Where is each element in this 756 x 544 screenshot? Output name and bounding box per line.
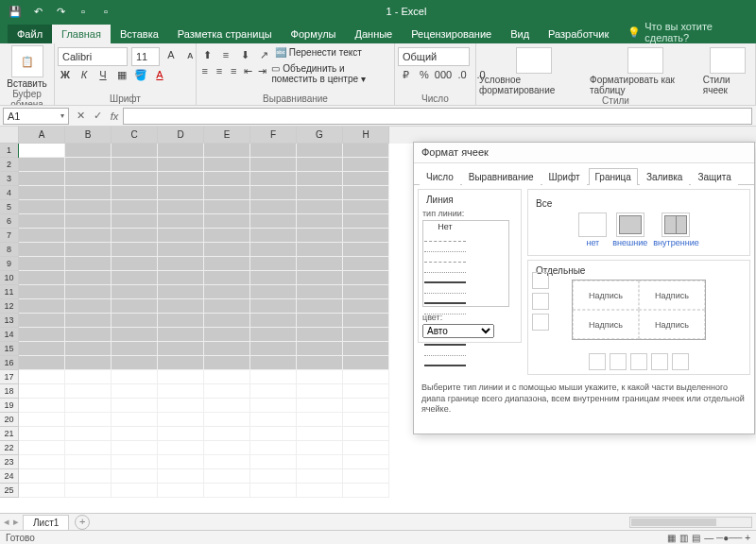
cell[interactable] (343, 328, 389, 342)
cell[interactable] (112, 243, 158, 257)
cell[interactable] (204, 356, 250, 370)
row-header[interactable]: 23 (0, 455, 19, 469)
cell[interactable] (204, 455, 250, 469)
cell[interactable] (65, 229, 112, 243)
row-header[interactable]: 4 (0, 186, 19, 200)
cell[interactable] (343, 158, 389, 172)
cell[interactable] (19, 384, 65, 399)
row-header[interactable]: 8 (0, 243, 19, 257)
cell[interactable] (343, 427, 389, 441)
cell[interactable] (19, 413, 65, 427)
cell[interactable] (158, 455, 204, 469)
cell[interactable] (112, 314, 158, 328)
name-box[interactable]: A1▾ (3, 108, 69, 125)
align-top-icon[interactable]: ⬆ (199, 47, 215, 62)
cell[interactable] (343, 243, 389, 257)
row-header[interactable]: 7 (0, 229, 19, 243)
cell[interactable] (19, 186, 65, 200)
cell[interactable] (19, 441, 65, 455)
dlg-tab-fill[interactable]: Заливка (640, 168, 690, 185)
view-pagelayout-icon[interactable]: ▥ (679, 533, 688, 543)
cell[interactable] (343, 172, 389, 186)
cell[interactable] (204, 229, 250, 243)
cell[interactable] (158, 200, 204, 214)
cell[interactable] (158, 370, 204, 384)
cell[interactable] (112, 356, 158, 370)
cell[interactable] (158, 413, 204, 427)
tab-review[interactable]: Рецензирование (402, 25, 501, 43)
cell[interactable] (204, 243, 250, 257)
cell[interactable] (343, 285, 389, 299)
cell[interactable] (158, 271, 204, 285)
cell[interactable] (250, 399, 297, 413)
cell[interactable] (297, 243, 343, 257)
cell[interactable] (112, 370, 158, 384)
cell[interactable] (204, 200, 250, 214)
cell[interactable] (158, 441, 204, 455)
col-header[interactable]: F (250, 127, 297, 144)
cell[interactable] (158, 172, 204, 186)
cell[interactable] (65, 328, 112, 342)
cell[interactable] (19, 214, 65, 229)
cell[interactable] (297, 441, 343, 455)
cell[interactable] (19, 399, 65, 413)
cell[interactable] (297, 299, 343, 314)
align-left-icon[interactable]: ≡ (199, 63, 210, 78)
numberformat-select[interactable]: Общий (398, 47, 470, 66)
row-header[interactable]: 11 (0, 285, 19, 299)
cell[interactable] (158, 285, 204, 299)
cell[interactable] (65, 469, 112, 484)
row-header[interactable]: 17 (0, 370, 19, 384)
cell[interactable] (19, 356, 65, 370)
cell[interactable] (297, 229, 343, 243)
col-header[interactable]: D (158, 127, 204, 144)
row-header[interactable]: 14 (0, 328, 19, 342)
cell[interactable] (250, 342, 297, 356)
cell[interactable] (112, 299, 158, 314)
cell[interactable] (158, 299, 204, 314)
row-header[interactable]: 21 (0, 427, 19, 441)
cell[interactable] (204, 441, 250, 455)
cell[interactable] (65, 441, 112, 455)
select-all-corner[interactable] (0, 127, 19, 144)
comma-icon[interactable]: 000 (436, 67, 451, 82)
cell[interactable] (297, 158, 343, 172)
format-table[interactable]: Форматировать как таблицу (590, 47, 701, 95)
border-icon[interactable]: ▦ (114, 67, 129, 82)
row-header[interactable]: 12 (0, 299, 19, 314)
dlg-tab-protect[interactable]: Защита (691, 168, 737, 185)
align-right-icon[interactable]: ≡ (229, 63, 239, 78)
row-header[interactable]: 16 (0, 356, 19, 370)
cell[interactable] (19, 314, 65, 328)
cell[interactable] (250, 186, 297, 200)
paste-button[interactable]: 📋 (11, 45, 43, 77)
cell[interactable] (250, 314, 297, 328)
dlg-tab-align[interactable]: Выравнивание (462, 168, 541, 185)
cell[interactable] (112, 427, 158, 441)
cell[interactable] (65, 172, 112, 186)
cell[interactable] (250, 413, 297, 427)
cell[interactable] (65, 271, 112, 285)
inc-decimal-icon[interactable]: .0 (455, 67, 470, 82)
cell[interactable] (112, 158, 158, 172)
row-header[interactable]: 19 (0, 399, 19, 413)
cell[interactable] (65, 399, 112, 413)
cell[interactable] (65, 200, 112, 214)
cell[interactable] (19, 342, 65, 356)
cell[interactable] (112, 200, 158, 214)
cell[interactable] (250, 384, 297, 399)
shrink-font-icon[interactable]: ᴀ (182, 47, 198, 62)
fontcolor-icon[interactable]: A (152, 67, 167, 82)
cell[interactable] (65, 214, 112, 229)
cell[interactable] (297, 186, 343, 200)
cell[interactable] (19, 158, 65, 172)
cell[interactable] (158, 328, 204, 342)
col-header[interactable]: A (19, 127, 65, 144)
cell[interactable] (158, 469, 204, 484)
cell[interactable] (65, 356, 112, 370)
cell[interactable] (158, 257, 204, 271)
cell[interactable] (65, 484, 112, 498)
cell[interactable] (343, 229, 389, 243)
cell[interactable] (19, 370, 65, 384)
cell[interactable] (19, 200, 65, 214)
